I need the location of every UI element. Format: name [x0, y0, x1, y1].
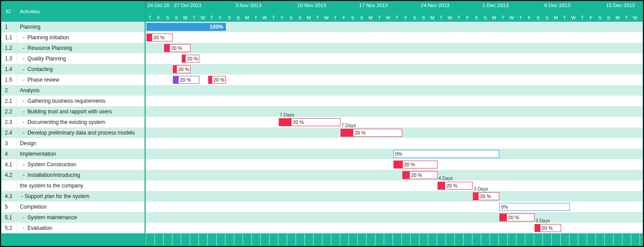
gantt-bar[interactable]: 20 %: [279, 118, 341, 126]
task-row[interactable]: 5Completion: [1, 202, 145, 212]
bar-percent-label: 20 %: [165, 44, 190, 52]
day-label: T: [393, 15, 401, 20]
gantt-bar[interactable]: 0%: [499, 203, 570, 211]
day-label: S: [481, 15, 490, 20]
gantt-bar[interactable]: 20 %: [535, 224, 561, 232]
task-id: 2.1: [1, 96, 17, 106]
column-header-activities[interactable]: Activities: [17, 9, 145, 14]
gantt-bar[interactable]: 20 %: [341, 129, 402, 137]
day-label: W: [569, 15, 578, 20]
task-id: 4: [1, 149, 17, 159]
bar-percent-label: 20 %: [147, 34, 172, 41]
task-row[interactable]: 5.1 - System maintenance: [1, 212, 145, 223]
bar-duration-label: 3 Days: [474, 186, 488, 191]
week-label: 27 Oct 2013: [174, 3, 202, 8]
gantt-bar[interactable]: 0%: [393, 150, 499, 158]
task-name: - Support plan for the system: [17, 191, 144, 202]
day-label: T: [560, 15, 569, 20]
gantt-bar[interactable]: 20 %: [402, 171, 438, 179]
bar-percent-label: 20 %: [182, 55, 199, 63]
gantt-bar[interactable]: 20 %: [499, 213, 535, 221]
task-id: 3: [1, 138, 17, 149]
task-row[interactable]: 1.2 - Resource Planning: [1, 43, 145, 53]
task-id: 1.5: [1, 75, 17, 85]
task-name: - Develop preliminary data and process m…: [17, 127, 144, 138]
task-name: Design: [17, 138, 144, 149]
day-label: F: [587, 15, 595, 20]
task-row[interactable]: 4.1 - System Construction: [1, 159, 145, 170]
gantt-bar[interactable]: 20 %: [173, 65, 191, 73]
column-header-id[interactable]: ID: [1, 9, 17, 14]
task-name: the system to the company: [17, 180, 144, 191]
bar-percent-label: 20 %: [473, 192, 499, 200]
day-label: F: [216, 15, 225, 20]
day-label: S: [163, 15, 172, 20]
task-id: 4.2: [1, 170, 17, 180]
day-label: T: [251, 15, 260, 20]
day-label: W: [507, 15, 516, 20]
bar-percent-label: 20 %: [341, 129, 402, 137]
day-label: T: [331, 15, 340, 20]
week-label: 8 Dec 2013: [544, 3, 570, 8]
task-row[interactable]: 4Implementation: [1, 149, 145, 159]
task-name: - Contacting: [17, 64, 144, 75]
gantt-bar[interactable]: 100%: [146, 23, 226, 31]
task-row[interactable]: the system to the company: [1, 180, 145, 191]
gantt-chart: ID Activities 24 Oct 2027 Oct 20133 Nov …: [1, 1, 643, 246]
task-row[interactable]: 5.2 - Evaluation: [1, 223, 145, 233]
task-row[interactable]: 1.1 - Planning initiation: [1, 32, 145, 43]
task-row[interactable]: 2Analysis: [1, 85, 145, 96]
task-name: - Quality Planning: [17, 53, 144, 64]
day-label: S: [410, 15, 419, 20]
day-label: S: [357, 15, 366, 20]
day-label: S: [287, 15, 296, 20]
week-label: 17 Nov 2013: [359, 3, 388, 8]
task-id: 1.4: [1, 64, 17, 75]
task-id: 4.1: [1, 159, 17, 170]
day-label: W: [198, 15, 207, 20]
task-id: 1: [1, 22, 17, 32]
gantt-bar[interactable]: 20 %: [473, 192, 499, 200]
task-name: Implementation: [17, 149, 144, 159]
task-id: 5: [1, 202, 17, 212]
task-row[interactable]: 4.3 - Support plan for the system: [1, 191, 145, 202]
day-label: M: [613, 15, 622, 20]
task-name: - System maintenance: [17, 212, 144, 223]
task-row[interactable]: 1Planning: [1, 22, 145, 32]
week-label: 24 Nov 2013: [421, 3, 449, 8]
task-row[interactable]: 2.1 - Gathering business requirements: [1, 96, 145, 106]
day-label: T: [498, 15, 507, 20]
task-name: - Resource Planning: [17, 43, 144, 53]
day-label: S: [534, 15, 543, 20]
task-name: - Planning initiation: [17, 32, 144, 43]
day-label: F: [401, 15, 410, 20]
task-row[interactable]: 2.4 - Develop preliminary data and proce…: [1, 127, 145, 138]
gantt-bar[interactable]: 20 %: [173, 76, 199, 84]
task-row[interactable]: 1.5 - Phase review: [1, 75, 145, 85]
day-label: S: [172, 15, 181, 20]
task-row[interactable]: 1.3 - Quality Planning: [1, 53, 145, 64]
gantt-bar[interactable]: 20 %: [393, 161, 438, 168]
gantt-bar[interactable]: 20 %: [146, 34, 173, 41]
gantt-bar[interactable]: 20 %: [208, 76, 226, 84]
bar-percent-label: 20 %: [173, 76, 199, 84]
bar-percent-label: 20 %: [535, 224, 561, 232]
task-row[interactable]: 2.2 - Building trust and rapport with us…: [1, 106, 145, 117]
bar-percent-label: 20 %: [403, 171, 437, 179]
bar-duration-label: 7 Days: [341, 123, 356, 128]
gantt-bar[interactable]: 20 %: [164, 44, 191, 52]
task-id: [1, 180, 17, 191]
bar-percent-label: 20 %: [279, 118, 340, 126]
day-label: F: [463, 15, 472, 20]
task-name: - Evaluation: [17, 223, 144, 233]
day-label: M: [304, 15, 313, 20]
task-row[interactable]: 2.3 - Documenting the existing system: [1, 117, 145, 127]
gantt-bar[interactable]: 20 %: [182, 55, 199, 63]
task-id: 2.4: [1, 127, 17, 138]
bar-percent-label: 0%: [394, 150, 499, 158]
chart-pane[interactable]: 100%20 %20 %20 %20 %20 %20 %20 %7 Days20…: [146, 22, 643, 246]
task-row[interactable]: 1.4 - Contacting: [1, 64, 145, 75]
task-row[interactable]: 4.2 - Installation/introducing: [1, 170, 145, 180]
task-row[interactable]: 3Design: [1, 138, 145, 149]
gantt-bar[interactable]: 20 %: [438, 182, 473, 190]
